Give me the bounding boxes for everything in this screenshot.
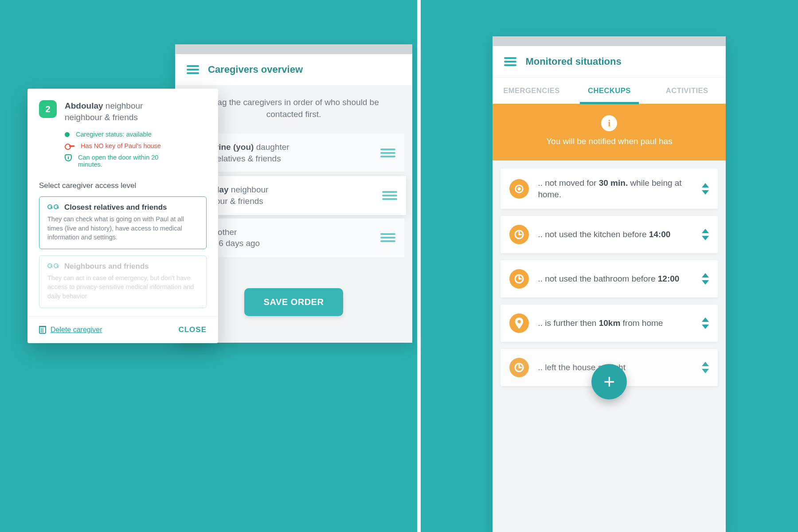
tab-checkups[interactable]: CHECKUPS [571,78,648,104]
svg-point-1 [518,187,521,190]
phone-monitored: Monitored situations EMERGENCIES CHECKUP… [493,36,726,532]
appbar: Monitored situations [493,46,726,77]
tab-emergencies[interactable]: EMERGENCIES [493,78,570,104]
panel-caregivers: Caregivers overview Drag the caregivers … [0,0,417,532]
drag-handle-icon[interactable] [382,191,397,200]
keys-icon [47,204,60,211]
statusbar [175,44,412,54]
page-title: Caregivers overview [208,64,303,75]
save-order-button[interactable]: SAVE ORDER [244,288,344,316]
status-no-key: Has NO key of Paul's house [65,142,207,149]
situation-list: .. not moved for 30 min. while being at … [493,160,726,420]
panel-monitored: Monitored situations EMERGENCIES CHECKUP… [421,0,798,532]
status-response-time: Can open the door within 20 minutes. [65,154,207,168]
location-pin-icon [509,313,529,333]
clock-icon [509,269,529,289]
clock-icon [509,358,529,377]
key-icon [65,144,74,149]
access-option-desc: They can act in case of emergency, but d… [47,274,198,301]
menu-icon[interactable] [187,65,199,74]
reorder-arrows[interactable] [702,273,709,285]
drag-handle-icon[interactable] [380,149,395,157]
tab-activities[interactable]: ACTIVITIES [648,78,726,104]
drag-handle-icon[interactable] [380,233,395,242]
dot-icon [65,132,70,137]
access-option-desc: They can check what is going on with Pau… [47,215,198,242]
access-option-close-relatives[interactable]: Closest relatives and friends They can c… [39,196,207,249]
appbar: Caregivers overview [175,54,412,85]
close-button[interactable]: CLOSE [178,325,207,334]
stopwatch-icon [65,154,72,161]
menu-icon[interactable] [504,57,516,66]
status-available: Caregiver status: available [65,131,207,138]
situation-text: .. not used the kitchen before 14:00 [538,229,693,240]
vertical-divider [417,0,421,532]
caregiver-name: Abdoulay neighbour neighbour & friends [65,100,143,123]
reorder-arrows[interactable] [702,362,709,373]
statusbar [493,36,726,46]
reorder-arrows[interactable] [702,183,709,195]
situation-row[interactable]: .. not moved for 30 min. while being at … [501,168,718,209]
keys-icon [47,263,60,270]
access-option-title: Closest relatives and friends [64,203,167,212]
notice-banner: i You will be notified when paul has [493,104,726,160]
reorder-arrows[interactable] [702,317,709,329]
access-level-label: Select caregiver access level [39,181,207,190]
access-option-title: Neighbours and friends [64,262,149,271]
eye-icon [509,179,529,199]
caregiver-detail-popover: 2 Abdoulay neighbour neighbour & friends… [27,89,218,343]
page-title: Monitored situations [525,56,621,67]
reorder-arrows[interactable] [702,229,709,240]
rank-badge: 2 [39,100,57,118]
situation-text: .. is further then 10km from home [538,317,693,329]
clock-icon [509,225,529,244]
situation-row[interactable]: .. not used the kitchen before 14:00 [501,216,718,253]
access-option-neighbours[interactable]: Neighbours and friends They can act in c… [39,255,207,308]
info-icon: i [601,115,617,131]
notice-text: You will be notified when paul has [506,137,712,146]
situation-row[interactable]: .. is further then 10km from home [501,305,718,342]
add-situation-fab[interactable]: + [591,364,627,399]
tabs: EMERGENCIES CHECKUPS ACTIVITIES [493,77,726,104]
situation-text: .. not used the bathroom before 12:00 [538,273,693,285]
situation-text: .. not moved for 30 min. while being at … [538,177,693,200]
delete-caregiver-link[interactable]: Delete caregiver [39,326,102,334]
situation-row[interactable]: .. not used the bathroom before 12:00 [501,260,718,297]
trash-icon [39,326,46,334]
